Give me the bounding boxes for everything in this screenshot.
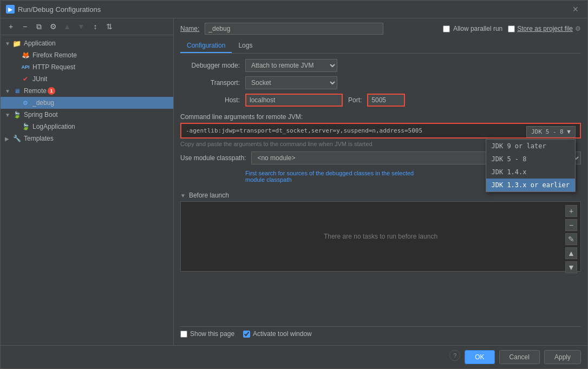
folder-icon: 📁	[12, 39, 21, 48]
templates-icon: 🔧	[12, 134, 21, 143]
launch-edit-button[interactable]: ✎	[565, 233, 577, 245]
jdk-option-1-3[interactable]: JDK 1.3.x or earlier	[486, 179, 576, 192]
right-panel: Name: Allow parallel run Store as projec…	[174, 18, 587, 345]
tree-item-springboot[interactable]: ▼ 🍃 Spring Boot	[1, 109, 173, 121]
title-bar: ▶ Run/Debug Configurations ✕	[1, 1, 587, 18]
up-button[interactable]: ▲	[61, 21, 73, 32]
launch-add-button[interactable]: +	[565, 205, 577, 217]
tree-item-firefox[interactable]: 🦊 Firefox Remote	[1, 49, 173, 61]
side-buttons: + − ✎ ▲ ▼	[565, 205, 577, 273]
tree-item-junit[interactable]: ✔ JUnit	[1, 73, 173, 85]
tree-item-application[interactable]: ▼ 📁 Application	[1, 37, 173, 49]
jdk-dropdown-button[interactable]: JDK 5 - 8 ▼	[526, 126, 576, 137]
config-form: Debugger mode: Attach to remote JVM List…	[180, 59, 581, 324]
logapp-icon: 🍃	[21, 122, 30, 131]
settings-button[interactable]: ⚙	[47, 21, 59, 32]
tree-label-logapp: LogApplication	[32, 123, 75, 130]
help-button[interactable]: ?	[449, 350, 460, 361]
tree-label-application: Application	[24, 39, 56, 47]
jdk-option-5-8[interactable]: JDK 5 - 8	[486, 153, 576, 166]
cancel-button[interactable]: Cancel	[499, 350, 540, 364]
down-button[interactable]: ▼	[75, 21, 87, 32]
arrow-icon: ▶	[5, 136, 12, 142]
launch-remove-button[interactable]: −	[565, 219, 577, 231]
cmdline-wrapper: -agentlib:jdwp=transport=dt_socket,serve…	[180, 123, 581, 139]
move-button[interactable]: ↕	[89, 21, 101, 32]
http-icon: API	[21, 63, 30, 71]
apply-button[interactable]: Apply	[544, 350, 581, 364]
dialog-window: ▶ Run/Debug Configurations ✕ + − ⧉ ⚙ ▲ ▼…	[0, 0, 588, 369]
activate-window-row: Activate tool window	[243, 330, 312, 338]
tree-label-http: HTTP Request	[32, 63, 75, 71]
before-launch-hint: There are no tasks to run before launch	[324, 233, 437, 240]
parallel-run-area: Allow parallel run	[443, 25, 502, 32]
tab-configuration[interactable]: Configuration	[180, 39, 232, 53]
tree-area: ▼ 📁 Application 🦊 Firefox Remote API H	[1, 35, 173, 345]
module-classpath-label: Use module classpath:	[180, 154, 246, 162]
cmdline-label: Command line arguments for remote JVM:	[180, 113, 581, 121]
copy-button[interactable]: ⧉	[33, 21, 45, 32]
bottom-buttons: ? OK Cancel Apply	[1, 345, 587, 368]
launch-down-button[interactable]: ▼	[565, 261, 577, 273]
activate-window-checkbox[interactable]	[243, 331, 250, 338]
before-launch-box: There are no tasks to run before launch …	[180, 201, 581, 272]
main-content: + − ⧉ ⚙ ▲ ▼ ↕ ⇅ ▼ 📁 Application	[1, 18, 587, 345]
name-label: Name:	[180, 25, 199, 32]
badge-remote: 1	[48, 87, 55, 95]
ok-button[interactable]: OK	[465, 350, 494, 364]
toolbar: + − ⧉ ⚙ ▲ ▼ ↕ ⇅	[1, 18, 173, 35]
title-bar-icon: ▶	[6, 5, 15, 14]
tree-label-remote: Remote	[24, 87, 47, 95]
transport-select[interactable]: Socket Shared memory	[245, 76, 337, 89]
before-launch-arrow[interactable]: ▼	[180, 193, 186, 199]
add-button[interactable]: +	[5, 21, 17, 32]
remove-button[interactable]: −	[19, 21, 31, 32]
tree-item-http[interactable]: API HTTP Request	[1, 61, 173, 73]
tabs-bar: Configuration Logs	[180, 39, 581, 54]
show-page-checkbox[interactable]	[180, 331, 187, 338]
jdk-option-9[interactable]: JDK 9 or later	[486, 140, 576, 153]
bottom-checkboxes: Show this page Activate tool window	[180, 326, 581, 341]
tree-label-debug: _debug	[32, 99, 54, 107]
sort-button[interactable]: ⇅	[103, 21, 115, 32]
activate-window-label: Activate tool window	[253, 330, 312, 338]
port-input[interactable]	[367, 94, 405, 107]
allow-parallel-checkbox[interactable]	[443, 25, 450, 32]
before-launch-header: ▼ Before launch	[180, 192, 581, 199]
tree-item-logapp[interactable]: 🍃 LogApplication	[1, 121, 173, 133]
transport-label: Transport:	[180, 79, 240, 87]
tree-item-remote[interactable]: ▼ 🖥 Remote 1	[1, 85, 173, 97]
name-input[interactable]	[205, 23, 383, 35]
left-panel: + − ⧉ ⚙ ▲ ▼ ↕ ⇅ ▼ 📁 Application	[1, 18, 174, 345]
cmdline-section: Command line arguments for remote JVM: -…	[180, 111, 581, 147]
tree-label-springboot: Spring Boot	[24, 111, 58, 118]
jdk-dropdown-label: JDK 5 - 8 ▼	[531, 128, 571, 135]
before-launch-label: Before launch	[189, 192, 229, 199]
close-button[interactable]: ✕	[569, 4, 582, 15]
debugger-mode-row: Debugger mode: Attach to remote JVM List…	[180, 59, 581, 72]
tab-logs[interactable]: Logs	[232, 39, 259, 53]
allow-parallel-label: Allow parallel run	[453, 25, 502, 32]
arrow-icon: ▼	[5, 88, 12, 94]
launch-up-button[interactable]: ▲	[565, 247, 577, 259]
store-project-checkbox[interactable]	[508, 25, 515, 32]
jdk-option-1-4[interactable]: JDK 1.4.x	[486, 166, 576, 179]
show-page-label: Show this page	[190, 330, 234, 338]
store-project-area: Store as project file ⚙	[508, 25, 581, 32]
tree-label-junit: JUnit	[32, 75, 47, 83]
debugger-mode-label: Debugger mode:	[180, 62, 240, 69]
port-label: Port:	[348, 96, 362, 104]
jdk-dropdown-popup: JDK 9 or later JDK 5 - 8 JDK 1.4.x JDK 1…	[486, 139, 576, 192]
tree-item-debug[interactable]: ⚙ _debug	[1, 97, 173, 109]
springboot-icon: 🍃	[12, 110, 21, 119]
right-header: Name: Allow parallel run Store as projec…	[180, 23, 581, 35]
cmdline-box: -agentlib:jdwp=transport=dt_socket,serve…	[180, 123, 581, 139]
cmdline-value: -agentlib:jdwp=transport=dt_socket,serve…	[186, 127, 422, 134]
tree-item-templates[interactable]: ▶ 🔧 Templates	[1, 133, 173, 144]
host-input[interactable]	[245, 94, 343, 107]
host-label: Host:	[180, 96, 240, 104]
before-launch-section: ▼ Before launch There are no tasks to ru…	[180, 192, 581, 324]
store-project-label: Store as project file	[517, 25, 573, 32]
settings-gear-icon[interactable]: ⚙	[575, 25, 581, 32]
debugger-mode-select[interactable]: Attach to remote JVM Listen to remote JV…	[245, 59, 337, 72]
